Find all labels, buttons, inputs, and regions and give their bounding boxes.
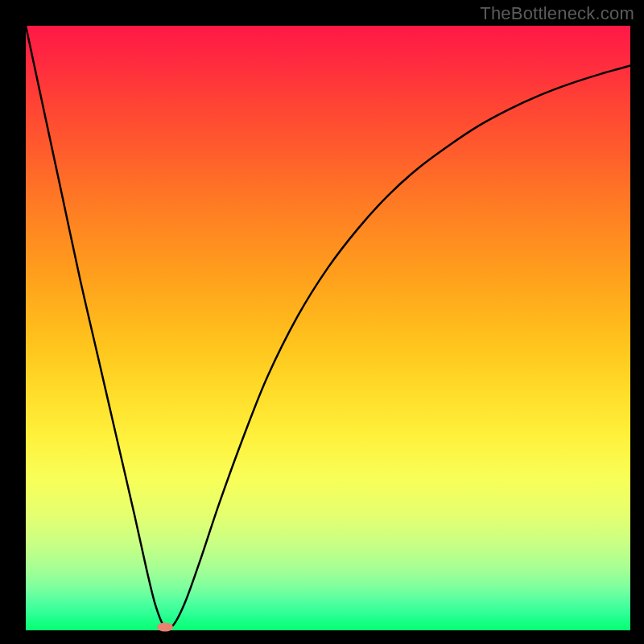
chart-container: TheBottleneck.com (0, 0, 644, 644)
minimum-marker (157, 623, 173, 632)
bottleneck-curve-line (26, 26, 630, 629)
plot-area (26, 26, 630, 630)
watermark-text: TheBottleneck.com (480, 3, 634, 24)
chart-svg (26, 26, 630, 630)
